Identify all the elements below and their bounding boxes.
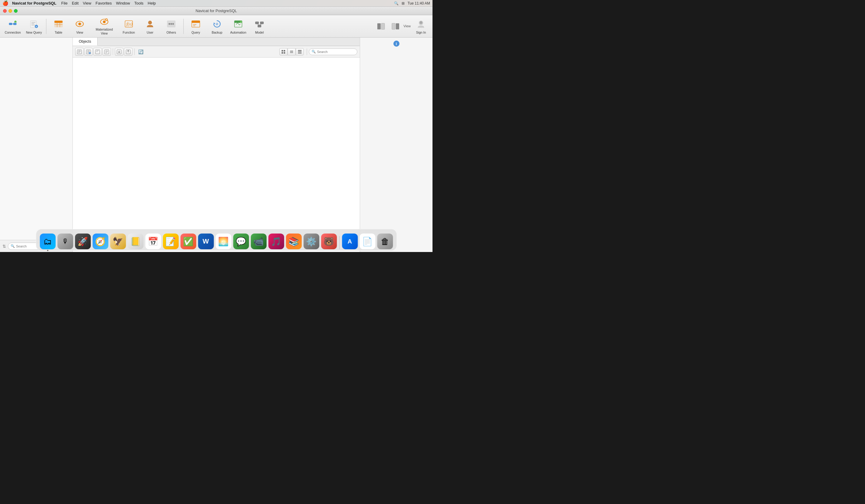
svg-rect-84 (298, 53, 302, 54)
dock-safari[interactable]: 🧭 (92, 234, 108, 249)
svg-rect-82 (298, 50, 302, 51)
menu-view[interactable]: View (83, 1, 91, 5)
connection-button[interactable]: + Connection (2, 17, 23, 36)
empty-object-button[interactable] (102, 48, 111, 56)
backup-button[interactable]: ↺ Backup (207, 17, 227, 36)
svg-text:↺: ↺ (216, 23, 218, 25)
function-button[interactable]: f(x) Function (118, 17, 139, 36)
dock-reminders[interactable]: ✅ (180, 234, 196, 249)
dock-contacts[interactable]: 📒 (128, 234, 143, 249)
menu-window[interactable]: Window (116, 1, 130, 5)
svg-rect-76 (284, 50, 285, 51)
menu-file[interactable]: File (61, 1, 68, 5)
dock-trash[interactable]: 🗑 (377, 234, 393, 249)
menubar-control-center[interactable]: ⊞ (402, 1, 405, 5)
grid-view-button[interactable] (279, 48, 287, 56)
objects-tab[interactable]: Objects (73, 37, 97, 46)
view-button[interactable]: View (69, 17, 90, 36)
dock-siri[interactable]: 🎙 (57, 234, 73, 249)
menu-edit[interactable]: Edit (72, 1, 79, 5)
view-icon (74, 18, 85, 30)
dock-calendar[interactable]: 📅 (145, 234, 161, 249)
svg-rect-50 (396, 23, 399, 30)
sign-in-button[interactable]: Sign In (412, 17, 430, 36)
dock-finder[interactable]: 🗂 (40, 234, 56, 249)
sidebar: ⇅ 🔍 (0, 37, 73, 252)
dock-appstore[interactable]: A (342, 234, 358, 249)
new-query-button[interactable]: + New Query (24, 17, 44, 36)
svg-rect-77 (281, 52, 283, 54)
dock-photos[interactable]: 🌅 (216, 234, 231, 249)
app-window: Navicat for PostgreSQL + Connection (0, 7, 432, 252)
object-search-input[interactable] (317, 50, 355, 54)
dock: 🗂 🎙 🚀 🧭 🦅 📒 📅 📝 ✅ W 🌅 💬 📹 🎵 📚 ⚙️ (36, 229, 397, 251)
dock-notes[interactable]: 📝 (163, 234, 178, 249)
svg-point-28 (169, 23, 170, 25)
new-object-button[interactable] (75, 48, 84, 56)
svg-rect-43 (260, 22, 264, 24)
toolbar-right-section: View Sign In (374, 17, 430, 36)
svg-rect-12 (55, 21, 63, 23)
dock-bear[interactable]: 🐻 (321, 234, 337, 249)
view-toggle-right-icon (391, 22, 400, 31)
others-icon (165, 18, 177, 30)
others-button[interactable]: Others (161, 17, 182, 36)
svg-rect-64 (95, 50, 100, 54)
svg-rect-32 (192, 21, 200, 23)
app-name-menu[interactable]: Navicat for PostgreSQL (12, 1, 56, 5)
export-button[interactable] (124, 48, 132, 56)
import-button[interactable] (115, 48, 123, 56)
right-panel: i (360, 37, 432, 252)
svg-point-30 (172, 23, 174, 25)
menubar-search-icon[interactable]: 🔍 (394, 1, 399, 5)
apple-menu[interactable]: 🍎 (2, 0, 9, 6)
dock-rocket[interactable]: 🚀 (75, 234, 91, 249)
refresh-button[interactable]: 🔄 (136, 48, 145, 56)
dock-books[interactable]: 📚 (286, 234, 302, 249)
minimize-button[interactable] (9, 9, 12, 13)
detail-view-button[interactable] (296, 48, 304, 56)
backup-label: Backup (211, 31, 222, 35)
content-area (73, 58, 360, 252)
user-icon (144, 18, 156, 30)
user-button[interactable]: User (140, 17, 160, 36)
dock-facetime[interactable]: 📹 (251, 234, 266, 249)
delete-object-button[interactable] (93, 48, 102, 56)
dock-eagle[interactable]: 🦅 (110, 234, 126, 249)
model-label: Model (255, 31, 264, 35)
svg-rect-78 (284, 52, 285, 54)
model-icon (254, 18, 265, 30)
svg-point-25 (148, 21, 152, 24)
automation-label: Automation (230, 31, 246, 35)
dock-preview[interactable]: 📄 (359, 234, 375, 249)
maximize-button[interactable] (14, 9, 18, 13)
svg-rect-75 (281, 50, 283, 51)
menu-tools[interactable]: Tools (134, 1, 143, 5)
list-view-button[interactable] (288, 48, 296, 56)
edit-object-button[interactable] (84, 48, 93, 56)
svg-text:+: + (15, 21, 16, 23)
dock-messages[interactable]: 💬 (233, 234, 249, 249)
table-button[interactable]: Table (48, 17, 69, 36)
svg-line-46 (260, 24, 262, 25)
svg-line-45 (257, 24, 260, 25)
menu-help[interactable]: Help (148, 1, 156, 5)
model-button[interactable]: Model (249, 17, 270, 36)
dock-music[interactable]: 🎵 (268, 234, 284, 249)
dock-system-prefs[interactable]: ⚙️ (303, 234, 319, 249)
sign-in-icon (415, 18, 427, 30)
sidebar-filter-icon[interactable]: ⇅ (2, 244, 6, 249)
automation-button[interactable]: ✓ Automation (228, 17, 249, 36)
view-mode-group (279, 48, 304, 56)
materialized-view-button[interactable]: Materialized View (91, 17, 118, 36)
close-button[interactable] (3, 9, 7, 13)
backup-icon: ↺ (211, 18, 223, 30)
dock-word[interactable]: W (198, 234, 214, 249)
view-toggle-left-button[interactable] (374, 18, 388, 35)
menu-favorites[interactable]: Favorites (95, 1, 112, 5)
object-search-box: 🔍 (309, 48, 357, 55)
query-button[interactable]: Query (185, 17, 206, 36)
query-label: Query (192, 31, 200, 35)
others-label: Others (166, 31, 176, 35)
view-toggle-right-button[interactable] (389, 18, 402, 35)
